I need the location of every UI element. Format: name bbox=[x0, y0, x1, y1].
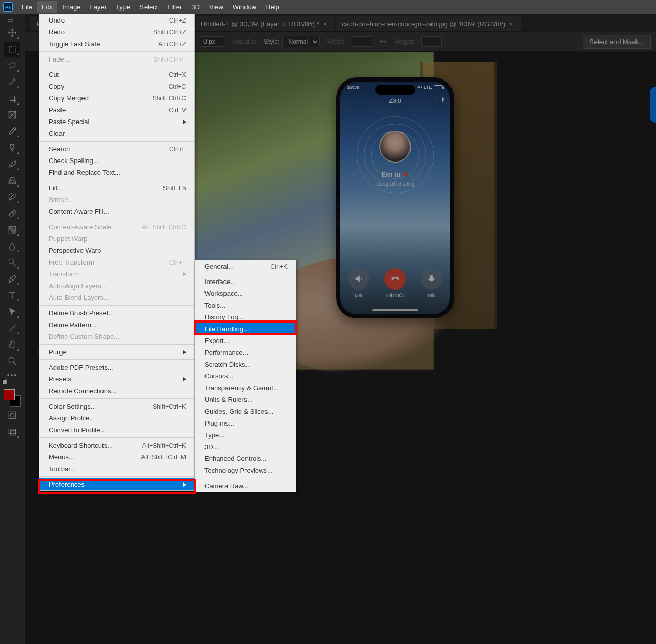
menu-layer[interactable]: Layer bbox=[86, 1, 112, 13]
type-tool[interactable] bbox=[4, 288, 20, 303]
pref-menu-item[interactable]: Camera Raw... bbox=[195, 480, 296, 492]
quick-mask-icon[interactable] bbox=[4, 408, 20, 423]
menu-filter[interactable]: Filter bbox=[162, 1, 187, 13]
blur-tool[interactable] bbox=[4, 238, 20, 254]
pref-menu-item[interactable]: Enhanced Controls... bbox=[195, 453, 296, 465]
hand-tool[interactable] bbox=[4, 337, 20, 352]
menu-edit[interactable]: Edit bbox=[37, 1, 57, 13]
edit-menu-item[interactable]: Perspective Warp bbox=[39, 245, 194, 256]
history-brush-tool[interactable] bbox=[4, 189, 20, 205]
edit-menu-item[interactable]: Find and Replace Text... bbox=[39, 167, 194, 178]
pref-menu-item[interactable]: History Log... bbox=[195, 311, 296, 323]
edit-menu-item[interactable]: Menus...Alt+Shift+Ctrl+M bbox=[39, 451, 194, 463]
pref-menu-item[interactable]: Transparency & Gamut... bbox=[195, 382, 296, 394]
edit-menu-item[interactable]: Assign Profile... bbox=[39, 412, 194, 424]
edit-menu-item[interactable]: Toolbar... bbox=[39, 463, 194, 475]
edit-menu-item[interactable]: Adobe PDF Presets... bbox=[39, 361, 194, 373]
pref-menu-item[interactable]: 3D... bbox=[195, 441, 296, 453]
healing-brush-tool[interactable] bbox=[4, 140, 20, 155]
edit-menu-item[interactable]: Remote Connections... bbox=[39, 385, 194, 397]
gradient-tool[interactable] bbox=[4, 222, 20, 237]
edit-menu-item[interactable]: Paste Special bbox=[39, 116, 194, 128]
edit-toolbar-icon[interactable]: ••• bbox=[7, 370, 18, 380]
pref-menu-item[interactable]: Plug-ins... bbox=[195, 417, 296, 429]
edit-menu-item[interactable]: Define Brush Preset... bbox=[39, 307, 194, 319]
edit-menu-item[interactable]: Content-Aware Fill... bbox=[39, 206, 194, 217]
pref-menu-item[interactable]: Units & Rulers... bbox=[195, 394, 296, 406]
edit-menu-item[interactable]: Color Settings...Shift+Ctrl+K bbox=[39, 400, 194, 412]
edit-menu-item[interactable]: Fill...Shift+F5 bbox=[39, 182, 194, 194]
edit-menu-item[interactable]: Clear bbox=[39, 128, 194, 139]
ps-logo-icon: Ps bbox=[3, 2, 13, 12]
edit-menu-item[interactable]: Define Pattern... bbox=[39, 319, 194, 331]
frame-tool[interactable] bbox=[4, 107, 20, 123]
foreground-color-swatch[interactable] bbox=[4, 389, 15, 400]
pref-menu-item[interactable]: Guides, Grid & Slices... bbox=[195, 406, 296, 417]
screen-mode-icon[interactable] bbox=[4, 424, 20, 439]
path-selection-tool[interactable] bbox=[4, 304, 20, 319]
edit-menu-item: Free TransformCtrl+T bbox=[39, 256, 194, 268]
edit-menu-item[interactable]: Check Spelling... bbox=[39, 155, 194, 167]
document-tab[interactable]: cach-doi-hinh-nen-cuoc-goi-zalo.jpg @ 10… bbox=[335, 16, 521, 31]
menu-type[interactable]: Type bbox=[111, 1, 135, 13]
close-icon[interactable]: × bbox=[323, 20, 327, 28]
pref-menu-item[interactable]: Technology Previews... bbox=[195, 465, 296, 476]
marquee-tool[interactable] bbox=[4, 42, 20, 57]
edit-menu-item[interactable]: CopyCtrl+C bbox=[39, 80, 194, 92]
edit-menu-item[interactable]: CutCtrl+X bbox=[39, 69, 194, 80]
edit-menu-item[interactable]: Presets bbox=[39, 373, 194, 385]
edit-menu-item[interactable]: SearchCtrl+F bbox=[39, 143, 194, 155]
edit-menu-item[interactable]: Keyboard Shortcuts...Alt+Shift+Ctrl+K bbox=[39, 439, 194, 451]
pref-menu-item[interactable]: Scratch Disks... bbox=[195, 358, 296, 370]
edit-menu-item[interactable]: Convert to Profile... bbox=[39, 424, 194, 436]
pref-menu-item[interactable]: Interface... bbox=[195, 276, 296, 288]
edit-menu-item[interactable]: Purge bbox=[39, 346, 194, 358]
magic-wand-tool[interactable] bbox=[4, 74, 20, 90]
edit-menu-item[interactable]: Preferences bbox=[39, 478, 194, 490]
dodge-tool[interactable] bbox=[4, 255, 20, 270]
pref-menu-item[interactable]: Tools... bbox=[195, 299, 296, 311]
tab-label: cach-doi-hinh-nen-cuoc-goi-zalo.jpg @ 10… bbox=[342, 20, 505, 28]
menu-select[interactable]: Select bbox=[135, 1, 162, 13]
menu-item-shortcut: Shift+Ctrl+C bbox=[140, 95, 186, 102]
menu-item-label: Type... bbox=[204, 431, 224, 439]
style-select[interactable]: Normal bbox=[282, 36, 320, 47]
close-icon[interactable]: × bbox=[509, 20, 514, 28]
menu-view[interactable]: View bbox=[204, 1, 228, 13]
menu-image[interactable]: Image bbox=[57, 1, 85, 13]
pref-menu-item[interactable]: Export... bbox=[195, 335, 296, 347]
document-tab[interactable]: Untitled-1 @ 30,3% (Layer 3, RGB/8#) *× bbox=[194, 16, 335, 31]
pen-tool[interactable] bbox=[4, 271, 20, 287]
edit-menu-item[interactable]: PasteCtrl+V bbox=[39, 104, 194, 116]
eraser-tool[interactable] bbox=[4, 206, 20, 221]
feather-input[interactable] bbox=[201, 36, 224, 47]
brush-tool[interactable] bbox=[4, 156, 20, 172]
pref-menu-item[interactable]: File Handling... bbox=[195, 323, 296, 335]
edit-menu-item[interactable]: Copy MergedShift+Ctrl+C bbox=[39, 92, 194, 104]
color-swatches[interactable] bbox=[4, 389, 21, 407]
pref-menu-item[interactable]: General...Ctrl+K bbox=[195, 260, 296, 272]
default-colors-icon[interactable] bbox=[2, 379, 7, 384]
pref-menu-item[interactable]: Workspace... bbox=[195, 288, 296, 299]
lasso-tool[interactable] bbox=[4, 58, 20, 73]
select-and-mask-button[interactable]: Select and Mask... bbox=[583, 35, 651, 49]
menu-help[interactable]: Help bbox=[261, 1, 284, 13]
move-tool[interactable] bbox=[4, 25, 20, 41]
pref-menu-item[interactable]: Type... bbox=[195, 429, 296, 441]
edit-menu[interactable]: UndoCtrl+ZRedoShift+Ctrl+ZToggle Last St… bbox=[39, 14, 195, 491]
clone-stamp-tool[interactable] bbox=[4, 173, 20, 188]
eyedropper-tool[interactable] bbox=[4, 124, 20, 139]
line-tool[interactable] bbox=[4, 320, 20, 336]
menu-3d[interactable]: 3D bbox=[187, 1, 204, 13]
pref-menu-item[interactable]: Cursors... bbox=[195, 370, 296, 382]
edit-menu-item[interactable]: Toggle Last StateAlt+Ctrl+Z bbox=[39, 38, 194, 50]
zoom-tool[interactable] bbox=[4, 353, 20, 369]
edit-menu-item[interactable]: UndoCtrl+Z bbox=[39, 14, 194, 26]
collapse-icon[interactable] bbox=[8, 17, 17, 24]
crop-tool[interactable] bbox=[4, 91, 20, 106]
pref-menu-item[interactable]: Performance... bbox=[195, 347, 296, 358]
edit-menu-item[interactable]: RedoShift+Ctrl+Z bbox=[39, 26, 194, 38]
menu-window[interactable]: Window bbox=[228, 1, 261, 13]
preferences-submenu[interactable]: General...Ctrl+KInterface...Workspace...… bbox=[195, 260, 296, 492]
menu-file[interactable]: File bbox=[17, 1, 37, 13]
